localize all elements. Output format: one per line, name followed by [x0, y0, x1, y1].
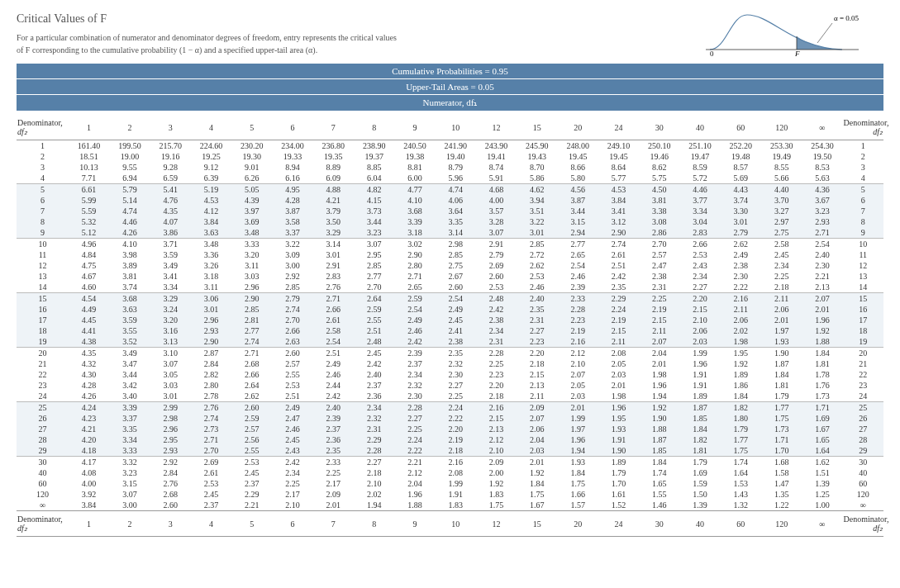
- cell: 2.96: [231, 282, 272, 293]
- cell: 2.51: [272, 391, 312, 402]
- cell: 2.47: [639, 260, 679, 271]
- cell: 4.38: [69, 336, 109, 348]
- cell: 3.22: [517, 216, 557, 227]
- cell: 2.46: [394, 325, 435, 336]
- cell: 238.90: [354, 140, 394, 152]
- col-footer: 8: [354, 511, 394, 537]
- cell: 19.00: [109, 151, 150, 162]
- cell: 2.55: [272, 369, 312, 380]
- cell: 19.46: [639, 151, 679, 162]
- cell: 1.64: [721, 467, 761, 478]
- cell: 2.15: [476, 413, 517, 424]
- cell: 4.10: [394, 195, 435, 206]
- cell: 1.94: [354, 500, 394, 511]
- cell: 2.29: [598, 293, 639, 305]
- cell: 2.01: [558, 402, 598, 414]
- cell: 2.25: [761, 271, 802, 282]
- cell: 2.18: [354, 467, 394, 478]
- cell: 2.90: [191, 336, 231, 348]
- cell: 2.29: [354, 434, 394, 445]
- cell: 2.66: [679, 239, 720, 250]
- cell: 2.22: [436, 413, 476, 424]
- cell: 2.46: [558, 271, 598, 282]
- cell: 1.88: [639, 424, 679, 434]
- cell: 3.36: [191, 249, 231, 260]
- cell: 2.31: [354, 424, 394, 434]
- cell: 2.01: [802, 304, 842, 315]
- cell: 3.09: [272, 249, 312, 260]
- table-row: 294.183.332.932.702.552.432.352.282.222.…: [17, 445, 883, 457]
- cell: 2.06: [517, 424, 557, 434]
- cell: 2.58: [761, 239, 802, 250]
- cell: 2.27: [354, 457, 394, 468]
- cell: 1.91: [598, 434, 639, 445]
- cell: 1.62: [802, 457, 842, 468]
- cell: 2.39: [394, 348, 435, 359]
- cell: 2.04: [639, 348, 679, 359]
- cell: 3.23: [354, 227, 394, 239]
- cell: 4.56: [558, 184, 598, 196]
- cell: 234.00: [272, 140, 312, 152]
- cell: 1.67: [517, 500, 557, 511]
- cell: 4.60: [69, 282, 109, 293]
- cell: 2.42: [354, 358, 394, 369]
- cell: 3.41: [150, 271, 191, 282]
- cell: 4.32: [69, 358, 109, 369]
- cell: 5.32: [69, 216, 109, 227]
- cell: 2.64: [231, 380, 272, 391]
- cell: 2.18: [476, 391, 517, 402]
- cell: 4.00: [69, 478, 109, 489]
- cell: 1.87: [761, 358, 802, 369]
- cell: 2.02: [354, 489, 394, 500]
- cell: 2.45: [231, 467, 272, 478]
- cell: 199.50: [109, 140, 150, 152]
- col-footer: 1: [69, 511, 109, 537]
- cell: 1.73: [802, 391, 842, 402]
- cell: 1.79: [761, 391, 802, 402]
- col-header: 120: [761, 115, 802, 140]
- cell: 3.58: [272, 216, 312, 227]
- cell: 3.18: [191, 271, 231, 282]
- cell: 2.25: [313, 467, 354, 478]
- cell: 2.60: [272, 348, 312, 359]
- cell: 1.51: [802, 467, 842, 478]
- cell: 4.06: [436, 195, 476, 206]
- cell: 3.10: [150, 348, 191, 359]
- cell: 1.86: [721, 380, 761, 391]
- table-row: 144.603.743.343.112.962.852.762.702.652.…: [17, 282, 883, 293]
- cell: 5.12: [69, 227, 109, 239]
- cell: 2.19: [639, 304, 679, 315]
- cell: 2.85: [231, 304, 272, 315]
- col-header: 15: [517, 115, 557, 140]
- cell: 3.06: [191, 293, 231, 305]
- cell: 2.07: [802, 293, 842, 305]
- denom-footer-right: Denominator,df₂: [843, 511, 883, 537]
- col-footer: 40: [679, 511, 720, 537]
- cell: 1.76: [802, 380, 842, 391]
- col-header: 6: [272, 115, 312, 140]
- cell: 2.62: [517, 260, 557, 271]
- cell: 1.78: [802, 369, 842, 380]
- cell: 19.33: [272, 151, 312, 162]
- cell: 3.55: [109, 325, 150, 336]
- cell: 2.05: [598, 358, 639, 369]
- cell: 1.43: [721, 489, 761, 500]
- cell: 2.34: [679, 271, 720, 282]
- cell: 2.70: [354, 282, 394, 293]
- cell: 3.52: [109, 336, 150, 348]
- cell: 3.12: [598, 216, 639, 227]
- row-df2: 17: [17, 315, 69, 325]
- cell: 1.99: [679, 348, 720, 359]
- cell: 3.35: [109, 424, 150, 434]
- cell: 2.42: [598, 271, 639, 282]
- cell: 2.11: [517, 391, 557, 402]
- col-header: 20: [558, 115, 598, 140]
- cell: 230.20: [231, 140, 272, 152]
- cell: 2.07: [639, 336, 679, 348]
- cell: 2.48: [476, 293, 517, 305]
- cell: 2.37: [354, 380, 394, 391]
- cell: 2.01: [761, 315, 802, 325]
- cell: 3.03: [231, 271, 272, 282]
- cell: 8.85: [354, 162, 394, 173]
- cell: 2.06: [761, 304, 802, 315]
